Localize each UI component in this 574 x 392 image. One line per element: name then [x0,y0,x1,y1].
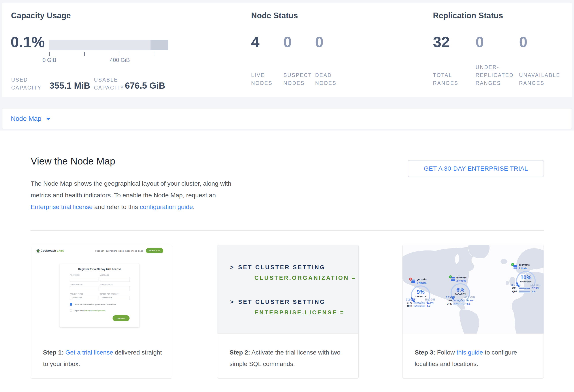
qps-sparkline [519,290,530,293]
project-phase-select: Please Select [70,296,99,300]
qps-metric-row: QPS 4.7 [407,305,430,307]
license-agreement-checkbox-label: I agree to the Software License Agreemen… [74,310,106,312]
locality-node-count: 1 Node [519,267,527,270]
project-phase-label: PROJECT PHASE [70,293,99,295]
cockroach-labs-logo-icon [36,248,40,253]
cpu-metric-row: CPU 11.0% [407,301,434,304]
total-ranges-count: 32 [433,34,450,50]
usable-capacity-value: 676.5 GiB [125,81,165,91]
axis-tick-label: 400 GiB [107,57,133,63]
cluster-summary-panel: Capacity Usage 0.1% 0 GiB 400 GiB USEDCA… [2,3,572,97]
configuration-guide-link[interactable]: configuration guide [140,203,193,210]
suspect-nodes-label: SUSPECTNODES [283,71,312,87]
license-agreement-checkbox [70,310,72,312]
sql-command-line: >SET CLUSTER SETTING [230,299,326,305]
capacity-values: 3.6 GiB34.4 GiB [511,283,540,287]
axis-tick [49,52,50,56]
locality-name: geo=sfo [417,278,426,281]
usable-capacity-label: USABLECAPACITY [94,76,124,92]
qps-metric-row: QPS 0.0 [512,290,535,293]
chevron-down-icon [46,118,51,120]
first-name-field [70,277,99,282]
reason-for-interest-select: Please Select [100,296,130,300]
mini-nav-customers: CUSTOMERS [106,250,117,252]
cpu-sparkline [519,287,530,289]
capacity-percent: 9% [410,289,431,295]
node-status-title: Node Status [251,11,298,20]
under-replicated-ranges-label: UNDER-REPLICATEDRANGES [475,63,514,87]
capacity-bar-usable-segment [49,40,150,50]
used-capacity-value: 355.1 MiB [49,81,90,91]
replication-status-title: Replication Status [433,11,503,20]
total-ranges-label: TOTALRANGES [433,71,458,87]
axis-tick [120,52,120,56]
step1-label: Step 1: [43,349,63,356]
step2-caption: Step 2: Activate the trial license with … [229,347,350,370]
capacity-used-percent: 0.1% [11,34,45,50]
live-nodes-count: 4 [251,34,260,50]
mini-nav-product: PRODUCT [95,250,104,252]
qps-sparkline [453,302,465,305]
first-name-label: FIRST NAME [70,274,99,276]
cpu-metric-row: CPU 42.5% [447,299,473,302]
this-guide-link[interactable]: this guide [457,349,483,356]
reason-for-interest-label: REASON FOR INTEREST [100,293,130,295]
dead-nodes-label: DEADNODES [315,71,337,87]
get-enterprise-trial-button[interactable]: GET A 30-DAY ENTERPRISE TRIAL [408,160,544,177]
capacity-usage-title: Capacity Usage [11,11,71,20]
database-icon [513,265,517,269]
company-email-label: COMPANY EMAIL [100,284,130,285]
email-updates-checkbox: ✓ [70,303,72,306]
get-trial-license-link[interactable]: Get a trial license [65,349,113,356]
mini-download-button: DOWNLOAD [146,248,163,253]
intro-text: The Node Map shows the geographical layo… [31,180,231,199]
axis-tick [84,52,85,56]
step1-caption: Step 1: Get a trial license delivered st… [43,347,164,370]
capacity-percent: 6% [450,287,471,293]
axis-tick-label: 0 GiB [36,57,63,63]
unavailable-ranges-count: 0 [519,34,527,50]
form-title: Register for a 30-day trial license [60,268,140,271]
capacity-percent: 10% [515,275,536,280]
locality-name: geo=nyc [456,276,467,279]
cockroach-labs-wordmark: CockroachLABS [41,249,64,252]
cpu-sparkline [453,299,465,302]
node-map-dropdown-label[interactable]: Node Map [11,109,41,129]
node-map-dropdown[interactable]: Node Map [2,108,572,129]
section-divider [31,230,544,231]
capacity-usage-bar: 0 GiB 400 GiB [49,40,168,50]
last-name-label: LAST NAME [100,274,130,276]
step3-card: 1 geo=sfo 2 Nodes 9% CAPACITY 3.2 GiB35.… [402,245,544,378]
sql-command-line: >SET CLUSTER SETTING [230,264,326,271]
step2-label: Step 2: [229,349,250,356]
company-email-field [100,286,130,291]
database-icon [411,279,415,283]
live-nodes-label: LIVENODES [251,71,272,87]
capacity-values: 3.2 GiB35.1 GiB [406,298,435,301]
locality-name: geo=ams [519,263,530,266]
sql-argument: CLUSTER.ORGANIZATION = [254,275,356,281]
under-replicated-ranges-count: 0 [475,34,484,50]
capacity-label: CAPACITY [450,293,471,295]
intro-paragraph: The Node Map shows the geographical layo… [31,178,246,213]
sql-snippet-pane: >SET CLUSTER SETTING CLUSTER.ORGANIZATIO… [217,245,358,334]
cpu-metric-row: CPU 12.3% [512,287,539,289]
step1-card: CockroachLABS PRODUCT CUSTOMERS DOCS RES… [31,245,172,378]
mini-nav-blog: BLOG [138,250,144,252]
dead-nodes-count: 0 [315,34,324,50]
step3-caption: Step 3: Follow this guide to configure l… [415,347,535,370]
enterprise-trial-license-link[interactable]: Enterprise trial license [31,203,92,210]
locality-node-count: 2 Nodes [456,279,466,282]
sql-argument: ENTERPRISE.LICENSE = [254,309,345,316]
capacity-values: 3.7 GiB65.7 GiB [446,296,475,299]
capacity-label: CAPACITY [515,280,536,283]
database-icon [451,277,455,281]
qps-sparkline [413,305,425,307]
suspect-nodes-count: 0 [283,34,292,50]
cpu-sparkline [413,301,425,304]
intro-text: and refer to this [92,203,140,210]
step2-card: >SET CLUSTER SETTING CLUSTER.ORGANIZATIO… [217,245,359,378]
step3-label: Step 3: [415,349,435,356]
capacity-bar-other-segment [150,40,168,50]
capacity-label: CAPACITY [410,295,431,298]
